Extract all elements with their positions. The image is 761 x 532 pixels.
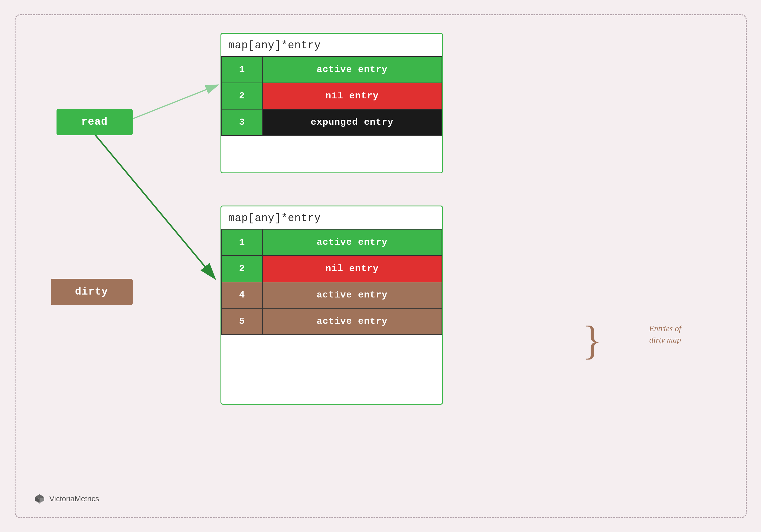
key-cell: 1 <box>222 229 263 256</box>
map-top-table: 1 active entry 2 nil entry 3 expunged en… <box>221 56 442 136</box>
victoriametrics-icon <box>33 493 46 505</box>
map-top-title: map[any]*entry <box>221 34 442 56</box>
key-cell: 2 <box>222 256 263 282</box>
table-row: 3 expunged entry <box>222 109 442 136</box>
value-cell-expunged: expunged entry <box>263 109 442 136</box>
map-bottom-title: map[any]*entry <box>221 207 442 229</box>
table-row: 1 active entry <box>222 56 442 83</box>
vm-logo-text: VictoriaMetrics <box>49 494 99 503</box>
dirty-label: dirty <box>75 286 108 298</box>
key-cell-dirty: 5 <box>222 308 263 335</box>
key-cell: 1 <box>222 56 263 83</box>
table-row: 2 nil entry <box>222 256 442 282</box>
table-row: 4 active entry <box>222 282 442 308</box>
key-cell: 2 <box>222 83 263 109</box>
value-cell-nil: nil entry <box>263 256 442 282</box>
dirty-entries-line1: Entries of <box>649 324 681 333</box>
map-panel-top: map[any]*entry 1 active entry 2 nil entr… <box>220 33 443 173</box>
dirty-box: dirty <box>51 279 133 305</box>
read-box: read <box>56 109 133 135</box>
dirty-entries-line2: dirty map <box>649 335 681 344</box>
table-row: 2 nil entry <box>222 83 442 109</box>
key-cell: 3 <box>222 109 263 136</box>
value-cell-nil: nil entry <box>263 83 442 109</box>
vm-logo: VictoriaMetrics <box>33 493 99 505</box>
value-cell-active: active entry <box>263 56 442 83</box>
map-panel-bottom: map[any]*entry 1 active entry 2 nil entr… <box>220 206 443 405</box>
read-label: read <box>81 116 107 128</box>
value-cell-dirty: active entry <box>263 308 442 335</box>
map-bottom-table: 1 active entry 2 nil entry 4 active entr… <box>221 229 442 335</box>
svg-line-2 <box>132 85 217 119</box>
value-cell-active: active entry <box>263 229 442 256</box>
outer-container: read dirty map[any]*entry 1 active entry… <box>15 14 747 518</box>
curly-brace: } <box>582 320 602 361</box>
value-cell-dirty: active entry <box>263 282 442 308</box>
table-row: 1 active entry <box>222 229 442 256</box>
dirty-entries-label: Entries of dirty map <box>649 323 681 345</box>
svg-line-3 <box>94 134 214 277</box>
table-row: 5 active entry <box>222 308 442 335</box>
key-cell-dirty: 4 <box>222 282 263 308</box>
